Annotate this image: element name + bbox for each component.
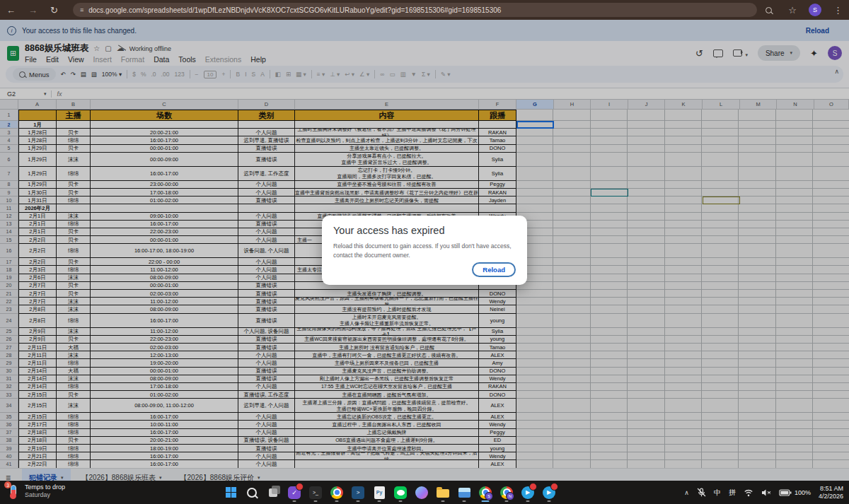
grid-cell[interactable]: 绵绵	[57, 413, 91, 421]
grid-cell[interactable]: 贝卡	[57, 290, 91, 298]
row-header-40[interactable]: 40	[0, 452, 18, 460]
grid-cell[interactable]: 1月31日	[18, 197, 57, 204]
grid-cell[interactable]: 22:00-23:00	[91, 336, 238, 344]
grid-cell[interactable]: 贝卡	[57, 391, 91, 399]
line-icon[interactable]	[391, 484, 410, 501]
grid-cell[interactable]: 16:00-17:00	[91, 136, 238, 144]
battery-indicator[interactable]: 100%	[779, 488, 811, 497]
grid-cell[interactable]: 2月8日	[18, 305, 57, 313]
header-cell[interactable]: 主播	[57, 110, 91, 121]
vertical-align-icon[interactable]: ⊥ ▾	[330, 71, 340, 78]
select-all-corner[interactable]	[0, 100, 18, 109]
column-header-I[interactable]: I	[591, 100, 628, 109]
grid-cell[interactable]: 忘记打卡，打卡慢9分钟。 直播期间，主播多次打字回复私信，已提醒。	[295, 167, 479, 181]
grid-cell[interactable]: 17:00-18:00	[91, 189, 238, 197]
empty-cells[interactable]	[516, 429, 849, 437]
clock[interactable]: 8:51 AM 4/2/2026	[819, 485, 843, 500]
header-cell[interactable]	[18, 110, 57, 121]
chrome-profile-n-icon[interactable]: N	[497, 484, 516, 501]
font-size-decrease-icon[interactable]: −	[195, 71, 199, 78]
row-header-32[interactable]: 32	[0, 383, 18, 391]
grid-cell[interactable]	[57, 121, 91, 129]
grid-cell[interactable]: 01:00-02:00	[91, 197, 238, 204]
grid-cell[interactable]: 绵绵	[57, 197, 91, 204]
column-header-J[interactable]: J	[628, 100, 665, 109]
forward-icon[interactable]: →	[28, 5, 37, 16]
grid-cell[interactable]: RAKAN	[479, 189, 516, 197]
grid-cell[interactable]: young	[479, 445, 516, 452]
column-header-A[interactable]: A	[18, 100, 57, 109]
row-header-35[interactable]: 35	[0, 413, 18, 421]
row-header-22[interactable]: 22	[0, 298, 18, 305]
grid-cell[interactable]: 20:00-21:00	[91, 129, 238, 136]
grid-cell[interactable]: DONO	[479, 391, 516, 399]
grid-cell[interactable]: 1月29日	[18, 153, 57, 167]
row-header-39[interactable]: 39	[0, 445, 18, 452]
grid-cell[interactable]: DONO	[479, 290, 516, 298]
row-header-26[interactable]: 26	[0, 336, 18, 344]
move-folder-icon[interactable]: ▢	[105, 45, 111, 52]
grid-cell[interactable]: OBS直播遇出问题不會處理，上播遲到9分鐘。	[295, 437, 479, 445]
grid-cell[interactable]: 直播错误	[238, 290, 295, 298]
grid-cell[interactable]: 12:00-13:00	[91, 351, 238, 359]
row-header-38[interactable]: 38	[0, 437, 18, 445]
grid-cell[interactable]: 2月1日	[18, 228, 57, 236]
grid-cell[interactable]: 个人问题	[238, 258, 295, 266]
column-header-K[interactable]: K	[665, 100, 703, 109]
grid-cell[interactable]: 绵绵	[57, 244, 91, 258]
grid-cell[interactable]: 20:00-21:00	[91, 437, 238, 445]
grid-cell[interactable]: 1月29日	[18, 145, 57, 153]
grid-cell[interactable]: 主播使用摄像头的画面结构慢放，等下播再处理，后续 主播汇报已处理完毕，【声卡】	[295, 328, 479, 336]
grid-cell[interactable]: 沫沫	[57, 351, 91, 359]
grid-cell[interactable]: 直播错误, 工作态度	[238, 391, 295, 399]
grid-cell[interactable]: 16:00-17:00	[91, 221, 238, 228]
tray-overflow-icon[interactable]: ∧	[684, 489, 689, 496]
row-header-37[interactable]: 37	[0, 429, 18, 437]
grid-cell[interactable]: 个人问题	[238, 359, 295, 367]
row-header-15[interactable]: 15	[0, 236, 18, 244]
font-size-box[interactable]: 10	[204, 71, 217, 78]
empty-cells[interactable]	[516, 328, 849, 336]
empty-cells[interactable]	[516, 421, 849, 428]
fill-color-icon[interactable]: ◧	[275, 71, 281, 78]
grid-cell[interactable]: 00:00-01:00	[91, 236, 238, 244]
zoom-page-icon[interactable]	[766, 4, 772, 16]
grid-cell[interactable]: 2月15日	[18, 399, 57, 413]
grid-cell[interactable]: 2月14日	[18, 368, 57, 375]
grid-cell[interactable]: 09:00-10:00	[91, 213, 238, 221]
grid-cell[interactable]: 19:00-20:00	[91, 359, 238, 367]
row-header-25[interactable]: 25	[0, 328, 18, 336]
grid-cell[interactable]: 2月18日	[18, 437, 57, 445]
grid-cell[interactable]: 直播错误	[238, 197, 295, 204]
grid-cell[interactable]: 16:00-17:00	[91, 314, 238, 328]
chart-icon[interactable]: ▥	[400, 71, 405, 78]
grid-cell[interactable]: 16:00-17:00, 18:00-19:00	[91, 244, 238, 258]
undo-icon[interactable]: ↶	[61, 71, 66, 78]
grid-cell[interactable]: 沫沫	[57, 399, 91, 413]
column-header-F[interactable]: F	[479, 100, 516, 109]
grid-cell[interactable]: 2月11日	[18, 351, 57, 359]
grid-cell[interactable]: 个人问题	[238, 129, 295, 136]
text-color-icon[interactable]: A	[260, 71, 265, 78]
column-header-G[interactable]: G	[516, 100, 554, 109]
grid-cell[interactable]: 2月14日	[18, 375, 57, 383]
empty-cells[interactable]	[516, 228, 849, 236]
grid-cell[interactable]: Jayden	[479, 197, 516, 204]
grid-cell[interactable]: 2月2日	[18, 258, 57, 266]
empty-cells[interactable]	[516, 336, 849, 344]
back-icon[interactable]: ←	[6, 5, 16, 16]
row-header-28[interactable]: 28	[0, 351, 18, 359]
grid-cell[interactable]: 个人问题	[238, 181, 295, 189]
grid-cell[interactable]: 1月30日	[18, 189, 57, 197]
grid-cell[interactable]: 主播中申请离开位置處理速度秒回。	[295, 445, 479, 452]
grid-cell[interactable]: 主播坐太靠近镜头，已提醒调整。	[295, 145, 479, 153]
mic-muted-icon[interactable]	[697, 488, 706, 497]
grid-cell[interactable]: 设备问题, 个人问题	[238, 244, 295, 258]
site-info-icon[interactable]: ≡	[80, 6, 83, 13]
grid-cell[interactable]: 2月3日	[18, 266, 57, 274]
grid-cell[interactable]	[295, 121, 479, 129]
grid-cell[interactable]: 个人问题	[238, 274, 295, 282]
grid-cell[interactable]: 绵绵	[57, 314, 91, 328]
empty-cells[interactable]	[516, 282, 849, 290]
grid-cell[interactable]	[91, 121, 238, 129]
